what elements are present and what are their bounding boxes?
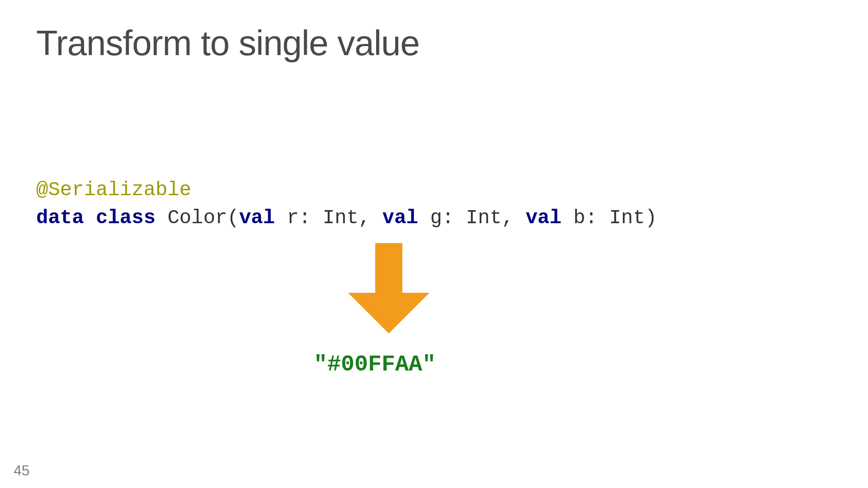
keyword-class: class [96, 206, 156, 229]
param-r: r: Int, [275, 206, 382, 229]
keyword-data: data [36, 206, 84, 229]
annotation-token: @Serializable [36, 178, 191, 201]
param-g: g: Int, [418, 206, 526, 229]
result-value: "#00FFAA" [314, 352, 436, 377]
space [84, 206, 96, 229]
arrow-svg [348, 243, 429, 333]
code-line-annotation: @Serializable [36, 176, 657, 204]
keyword-val-3: val [526, 206, 561, 229]
code-line-declaration: data class Color(val r: Int, val g: Int,… [36, 204, 657, 232]
page-number: 45 [14, 462, 30, 479]
code-block: @Serializable data class Color(val r: In… [36, 176, 657, 232]
keyword-val-2: val [382, 206, 418, 229]
class-name: Color( [156, 206, 239, 229]
slide-title: Transform to single value [36, 23, 420, 64]
arrow-down-icon [344, 243, 434, 333]
keyword-val-1: val [239, 206, 275, 229]
param-b: b: Int) [561, 206, 657, 229]
